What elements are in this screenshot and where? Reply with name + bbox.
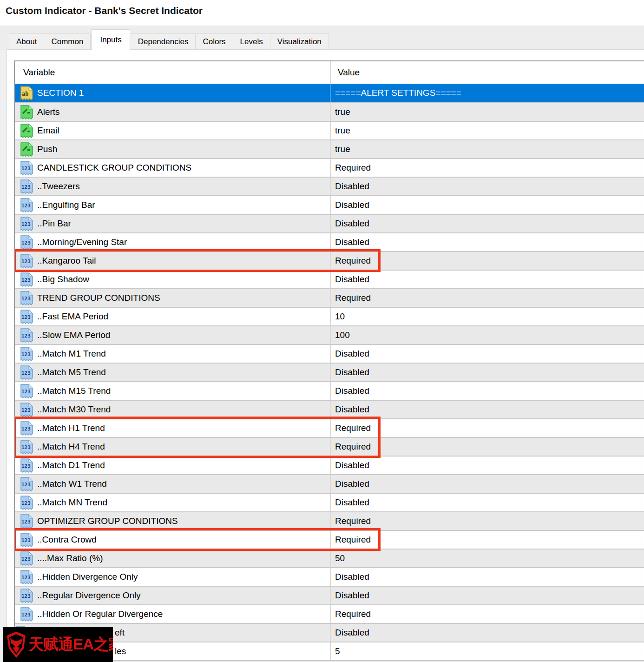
variable-cell: 123 ..Morning/Evening Star (15, 233, 330, 251)
value-cell[interactable]: Disabled (330, 345, 642, 363)
value-cell[interactable]: Disabled (330, 457, 642, 474)
value-cell[interactable]: Required (330, 438, 642, 456)
value-cell[interactable]: Disabled (330, 382, 642, 400)
tab-dependencies[interactable]: Dependencies (131, 33, 196, 50)
table-row[interactable]: ab SECTION 1 =====ALERT SETTINGS===== (15, 84, 644, 102)
value-cell[interactable]: 10 (330, 308, 642, 325)
table-row[interactable]: 123 ..Match M30 Trend Disabled (15, 400, 644, 418)
svg-text:123: 123 (21, 203, 31, 209)
svg-text:123: 123 (21, 612, 31, 618)
column-header-value: Value (330, 61, 642, 84)
table-row[interactable]: 123 ..Slow EMA Period 100 (15, 325, 644, 344)
table-row[interactable]: 123 ..Engulfing Bar Disabled (15, 195, 644, 214)
svg-text:123: 123 (21, 333, 31, 339)
value-cell[interactable]: 100 (330, 326, 642, 344)
tab-inputs[interactable]: Inputs (92, 29, 130, 50)
bool-param-icon (20, 123, 33, 138)
value-cell[interactable]: Required (330, 289, 642, 307)
svg-text:123: 123 (21, 519, 31, 525)
tab-bar: AboutCommonInputsDependenciesColorsLevel… (0, 26, 644, 50)
number-param-icon: 123 (20, 235, 33, 250)
number-param-icon: 123 (20, 588, 33, 603)
variable-label: OPTIMIZER GROUP CONDITIONS (37, 516, 178, 526)
table-row[interactable]: 123 ..Match W1 Trend Disabled (15, 474, 644, 493)
variable-cell: 123 ..Match MN Trend (15, 494, 330, 511)
number-param-icon: 123 (20, 569, 33, 584)
value-cell[interactable]: Disabled (330, 624, 642, 642)
value-cell[interactable]: Disabled (330, 196, 642, 214)
value-cell[interactable]: Disabled (330, 233, 642, 251)
value-cell[interactable]: 50 (330, 549, 642, 567)
table-row[interactable]: 123 ..Hidden Divergence Only Disabled (15, 567, 644, 586)
watermark: 天赋通EA之家 (3, 627, 113, 662)
variable-label: ..Kangaroo Tail (37, 256, 96, 266)
table-row[interactable]: 123 ..Match D1 Trend Disabled (15, 456, 644, 474)
table-row[interactable]: 123 ..Pin Bar Disabled (15, 214, 644, 232)
table-row[interactable]: 123 ..Tweezers Disabled (15, 177, 644, 195)
number-param-icon: 123 (20, 458, 33, 473)
variable-label: ..Match W1 Trend (37, 479, 107, 489)
value-cell[interactable]: Disabled (330, 494, 642, 511)
table-row[interactable]: 123 ..Kangaroo Tail Required (15, 251, 644, 270)
variable-cell: 123 ..Big Shadow (15, 271, 330, 288)
value-text: Required (335, 609, 371, 619)
value-cell[interactable]: true (330, 122, 642, 139)
table-row[interactable]: 123 ..Morning/Evening Star Disabled (15, 232, 644, 251)
table-row[interactable]: 123 ..Match MN Trend Disabled (15, 493, 644, 511)
table-row[interactable]: 123 ..Match M5 Trend Disabled (15, 363, 644, 381)
tab-visualization[interactable]: Visualization (270, 33, 329, 50)
value-cell[interactable]: =====ALERT SETTINGS===== (330, 84, 642, 102)
table-row[interactable]: 123 ..Match H1 Trend Required (15, 418, 644, 437)
value-cell[interactable]: true (330, 140, 642, 158)
number-param-icon: 123 (20, 216, 33, 231)
value-text: Required (335, 256, 371, 266)
table-row[interactable]: 123 ..Big Shadow Disabled (15, 270, 644, 288)
table-row[interactable]: 123 CANDLESTICK GROUP CONDITIONS Require… (15, 158, 644, 177)
variable-cell: 123 ..Match D1 Trend (15, 457, 330, 474)
value-cell[interactable]: Required (330, 252, 642, 270)
value-cell[interactable]: Required (330, 512, 642, 530)
table-row[interactable]: 123 ..Fast EMA Period 10 (15, 307, 644, 325)
value-cell[interactable]: Disabled (330, 587, 642, 604)
value-cell[interactable]: Disabled (330, 178, 642, 195)
svg-text:123: 123 (21, 537, 31, 543)
value-cell[interactable]: Disabled (330, 475, 642, 493)
variable-label: ..Match MN Trend (37, 497, 107, 508)
value-cell[interactable]: Required (330, 531, 642, 549)
value-cell[interactable]: Required (330, 159, 642, 177)
table-row[interactable]: 123 ....Max Ratio (%) 50 (15, 549, 644, 567)
text-param-icon: ab (20, 86, 33, 100)
bool-param-icon (20, 142, 33, 157)
table-row[interactable]: Push true (15, 139, 644, 158)
value-cell[interactable]: true (330, 103, 642, 121)
tab-common[interactable]: Common (44, 33, 91, 50)
table-row[interactable]: 123 ..Regular Divergence Only Disabled (15, 586, 644, 604)
table-row[interactable]: 123 ..Match M1 Trend Disabled (15, 344, 644, 363)
table-row[interactable]: 123 ..Match H4 Trend Required (15, 437, 644, 456)
value-text: Disabled (335, 628, 369, 638)
tab-levels[interactable]: Levels (233, 33, 270, 50)
table-row[interactable]: 123 ..Match M15 Trend Disabled (15, 381, 644, 400)
table-row[interactable]: 123 TREND GROUP CONDITIONS Required (15, 288, 644, 307)
tab-colors[interactable]: Colors (196, 33, 233, 50)
variable-label: Email (37, 126, 59, 136)
tab-about[interactable]: About (9, 33, 44, 50)
variable-label: TREND GROUP CONDITIONS (37, 293, 160, 303)
value-cell[interactable]: Disabled (330, 401, 642, 418)
value-cell[interactable]: Required (330, 605, 642, 623)
svg-text:123: 123 (21, 221, 31, 227)
value-cell[interactable]: Disabled (330, 568, 642, 586)
table-row[interactable]: Email true (15, 121, 644, 139)
value-cell[interactable]: Disabled (330, 271, 642, 288)
variable-label: ....Max Ratio (%) (37, 553, 103, 563)
table-row[interactable]: 123 ..Hidden Or Regular Divergence Requi… (15, 604, 644, 623)
number-param-icon: 123 (20, 253, 33, 268)
value-cell[interactable]: Disabled (330, 364, 642, 381)
bool-param-icon (20, 105, 33, 119)
value-cell[interactable]: Required (330, 419, 642, 437)
table-row[interactable]: 123 OPTIMIZER GROUP CONDITIONS Required (15, 511, 644, 530)
table-row[interactable]: 123 ..Contra Crowd Required (15, 530, 644, 549)
table-row[interactable]: Alerts true (15, 102, 644, 121)
value-cell[interactable]: Disabled (330, 215, 642, 232)
value-cell[interactable]: 5 (330, 642, 642, 660)
